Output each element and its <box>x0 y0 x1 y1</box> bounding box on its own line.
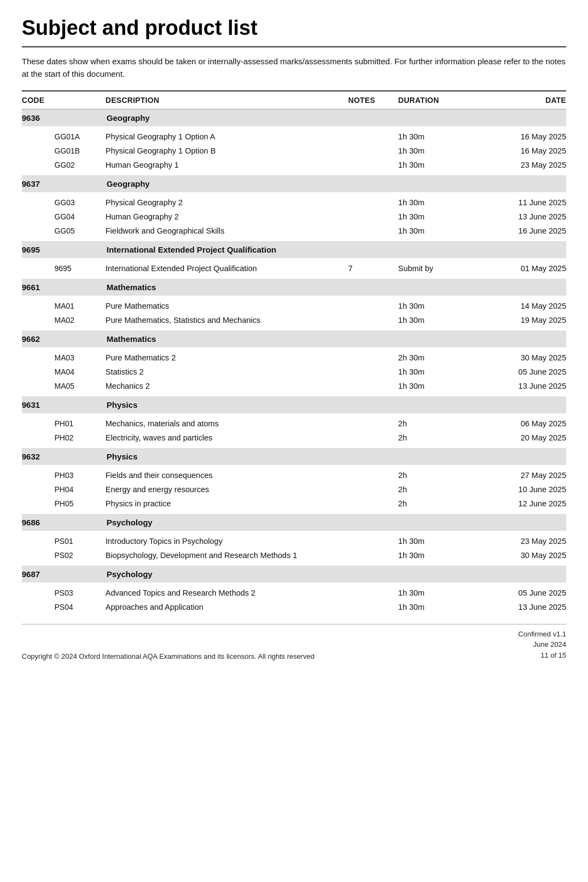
row-date: 10 June 2025 <box>474 482 566 497</box>
row-duration: 2h <box>395 416 473 431</box>
row-description: Mechanics 2 <box>102 379 345 393</box>
row-notes <box>345 158 395 172</box>
row-duration: Submit by <box>395 261 473 275</box>
table-row: PS03 Advanced Topics and Research Method… <box>22 586 566 600</box>
group-name: Physics <box>102 396 566 413</box>
intro-text: These dates show when exams should be ta… <box>22 55 566 81</box>
group-header-row: 9687 Psychology <box>22 566 566 583</box>
row-description: Human Geography 2 <box>102 210 345 224</box>
row-date: 06 May 2025 <box>474 416 566 431</box>
group-name: Geography <box>102 175 566 192</box>
row-code: PS01 <box>22 534 102 548</box>
row-notes <box>345 600 395 614</box>
table-row: PH03 Fields and their consequences 2h 27… <box>22 468 566 482</box>
row-description: Human Geography 1 <box>102 158 345 172</box>
row-date: 30 May 2025 <box>474 548 566 562</box>
row-description: Physical Geography 1 Option B <box>102 144 345 158</box>
table-header-row: CODE DESCRIPTION NOTES DURATION DATE <box>22 91 566 109</box>
row-duration: 2h <box>395 468 473 482</box>
table-row: PS04 Approaches and Application 1h 30m 1… <box>22 600 566 614</box>
table-row: PH05 Physics in practice 2h 12 June 2025 <box>22 497 566 511</box>
row-notes <box>345 224 395 238</box>
row-date: 11 June 2025 <box>474 195 566 210</box>
row-date: 05 June 2025 <box>474 365 566 379</box>
row-duration: 2h 30m <box>395 351 473 365</box>
footer-confirmed: Confirmed v1.1 June 2024 11 of 15 <box>518 629 566 661</box>
table-row: MA03 Pure Mathematics 2 2h 30m 30 May 20… <box>22 351 566 365</box>
row-notes <box>345 482 395 497</box>
group-name: Geography <box>102 109 566 126</box>
row-notes <box>345 586 395 600</box>
group-header-row: 9631 Physics <box>22 396 566 413</box>
row-duration: 1h 30m <box>395 313 473 327</box>
row-notes <box>345 299 395 313</box>
row-date: 14 May 2025 <box>474 299 566 313</box>
row-description: Physical Geography 1 Option A <box>102 130 345 144</box>
row-notes <box>345 416 395 431</box>
top-divider <box>22 46 566 47</box>
row-code: PH02 <box>22 431 102 445</box>
table-row: PH04 Energy and energy resources 2h 10 J… <box>22 482 566 497</box>
row-code: GG04 <box>22 210 102 224</box>
row-code: MA02 <box>22 313 102 327</box>
row-notes <box>345 379 395 393</box>
row-code: PH05 <box>22 497 102 511</box>
row-duration: 2h <box>395 497 473 511</box>
row-duration: 1h 30m <box>395 379 473 393</box>
row-notes <box>345 497 395 511</box>
header-description: DESCRIPTION <box>102 91 345 109</box>
group-number: 9687 <box>22 566 102 583</box>
row-description: Pure Mathematics <box>102 299 345 313</box>
row-description: Mechanics, materials and atoms <box>102 416 345 431</box>
row-description: Fieldwork and Geographical Skills <box>102 224 345 238</box>
row-duration: 1h 30m <box>395 365 473 379</box>
group-number: 9631 <box>22 396 102 413</box>
row-code: MA01 <box>22 299 102 313</box>
row-code: PS02 <box>22 548 102 562</box>
row-code: MA04 <box>22 365 102 379</box>
group-header-row: 9661 Mathematics <box>22 279 566 296</box>
group-header-row: 9686 Psychology <box>22 514 566 531</box>
row-description: Electricity, waves and particles <box>102 431 345 445</box>
group-number: 9686 <box>22 514 102 531</box>
footer-confirmed-line1: Confirmed v1.1 <box>518 629 566 640</box>
row-date: 30 May 2025 <box>474 351 566 365</box>
header-code: CODE <box>22 91 102 109</box>
row-notes <box>345 468 395 482</box>
table-row: GG01A Physical Geography 1 Option A 1h 3… <box>22 130 566 144</box>
subject-table: CODE DESCRIPTION NOTES DURATION DATE 963… <box>22 91 566 614</box>
row-duration: 1h 30m <box>395 144 473 158</box>
header-notes: NOTES <box>345 91 395 109</box>
row-code: GG03 <box>22 195 102 210</box>
row-code: GG01A <box>22 130 102 144</box>
row-notes <box>345 144 395 158</box>
group-number: 9661 <box>22 279 102 296</box>
row-notes <box>345 548 395 562</box>
group-name: Psychology <box>102 566 566 583</box>
row-description: Approaches and Application <box>102 600 345 614</box>
row-notes <box>345 365 395 379</box>
footer-confirmed-line3: 11 of 15 <box>518 650 566 661</box>
row-date: 13 June 2025 <box>474 600 566 614</box>
row-notes <box>345 130 395 144</box>
group-name: Physics <box>102 448 566 465</box>
row-code: 9695 <box>22 261 102 275</box>
row-date: 23 May 2025 <box>474 158 566 172</box>
row-date: 16 May 2025 <box>474 144 566 158</box>
table-row: GG01B Physical Geography 1 Option B 1h 3… <box>22 144 566 158</box>
group-header-row: 9636 Geography <box>22 109 566 126</box>
row-description: Fields and their consequences <box>102 468 345 482</box>
row-duration: 1h 30m <box>395 548 473 562</box>
group-name: Mathematics <box>102 279 566 296</box>
row-date: 12 June 2025 <box>474 497 566 511</box>
row-notes: 7 <box>345 261 395 275</box>
row-description: Pure Mathematics, Statistics and Mechani… <box>102 313 345 327</box>
header-duration: DURATION <box>395 91 473 109</box>
group-header-row: 9695 International Extended Project Qual… <box>22 241 566 258</box>
row-date: 13 June 2025 <box>474 379 566 393</box>
row-code: GG02 <box>22 158 102 172</box>
row-description: Advanced Topics and Research Methods 2 <box>102 586 345 600</box>
row-description: Physical Geography 2 <box>102 195 345 210</box>
footer-copyright: Copyright © 2024 Oxford International AQ… <box>22 652 315 660</box>
footer-confirmed-line2: June 2024 <box>518 639 566 650</box>
